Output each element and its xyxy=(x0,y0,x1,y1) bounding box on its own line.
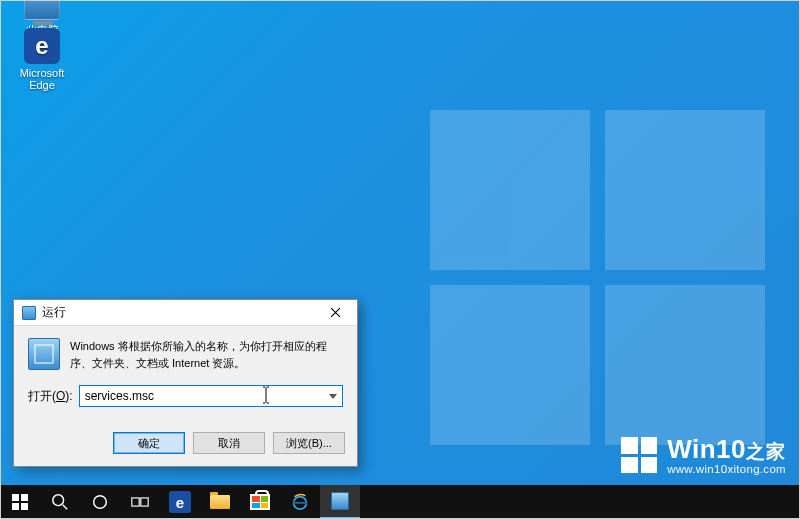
task-view-button[interactable] xyxy=(120,485,160,519)
svg-rect-7 xyxy=(132,498,139,506)
desktop: 此电脑 e Microsoft Edge 运行 Windows 将根据你所输入的… xyxy=(0,0,800,519)
svg-point-4 xyxy=(53,495,64,506)
run-app-icon xyxy=(28,338,60,370)
svg-rect-3 xyxy=(21,503,28,510)
task-view-icon xyxy=(131,493,149,511)
cancel-button[interactable]: 取消 xyxy=(193,432,265,454)
edge-icon: e xyxy=(169,491,191,513)
taskbar-ie-button[interactable] xyxy=(280,485,320,519)
cortana-button[interactable] xyxy=(80,485,120,519)
start-button[interactable] xyxy=(0,485,40,519)
browse-button[interactable]: 浏览(B)... xyxy=(273,432,345,454)
taskbar: e xyxy=(0,485,800,519)
windows-logo-icon xyxy=(621,437,657,473)
search-button[interactable] xyxy=(40,485,80,519)
ie-icon xyxy=(291,493,309,511)
run-dialog: 运行 Windows 将根据你所输入的名称，为你打开相应的程序、文件夹、文档或 … xyxy=(13,299,358,467)
taskbar-store-button[interactable] xyxy=(240,485,280,519)
desktop-icon-edge[interactable]: e Microsoft Edge xyxy=(10,28,74,91)
titlebar[interactable]: 运行 xyxy=(14,300,357,326)
edge-icon: e xyxy=(24,28,60,64)
monitor-icon xyxy=(24,0,60,20)
watermark-url: www.win10xitong.com xyxy=(667,463,786,475)
open-combobox[interactable] xyxy=(79,385,343,407)
folder-icon xyxy=(210,495,230,509)
svg-rect-2 xyxy=(12,503,19,510)
svg-rect-1 xyxy=(21,494,28,501)
store-icon xyxy=(250,494,270,510)
windows-logo-icon xyxy=(12,494,28,510)
close-icon xyxy=(330,307,341,318)
run-titlebar-icon xyxy=(22,306,36,320)
windows-background-logo xyxy=(430,110,770,450)
svg-line-5 xyxy=(63,505,67,510)
watermark: Win10之家 www.win10xitong.com xyxy=(621,436,786,475)
search-icon xyxy=(51,493,69,511)
taskbar-edge-button[interactable]: e xyxy=(160,485,200,519)
taskbar-file-explorer-button[interactable] xyxy=(200,485,240,519)
window-title: 运行 xyxy=(42,304,317,321)
close-button[interactable] xyxy=(317,300,353,325)
svg-rect-8 xyxy=(141,498,148,506)
svg-rect-0 xyxy=(12,494,19,501)
run-description: Windows 将根据你所输入的名称，为你打开相应的程序、文件夹、文档或 Int… xyxy=(70,338,343,371)
ok-button[interactable]: 确定 xyxy=(113,432,185,454)
run-icon xyxy=(331,492,349,510)
svg-point-6 xyxy=(94,496,107,509)
open-input[interactable] xyxy=(79,385,343,407)
taskbar-run-button[interactable] xyxy=(320,485,360,519)
open-label: 打开(O): xyxy=(28,388,73,405)
desktop-icon-label: Microsoft Edge xyxy=(10,67,74,91)
watermark-title: Win10之家 xyxy=(667,436,786,463)
cortana-icon xyxy=(91,493,109,511)
